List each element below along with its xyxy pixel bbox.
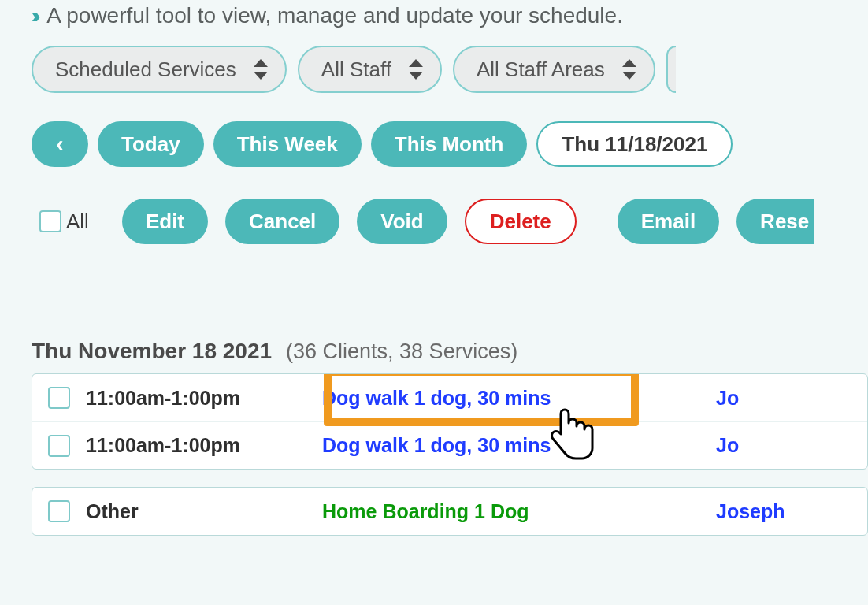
email-button[interactable]: Email: [618, 199, 719, 244]
delete-button[interactable]: Delete: [465, 199, 577, 244]
row-service[interactable]: Home Boarding 1 Dog: [322, 500, 700, 523]
this-week-button[interactable]: This Week: [213, 121, 362, 167]
chevron-left-icon: ‹: [56, 132, 63, 157]
select-all-checkbox[interactable]: [39, 210, 61, 232]
this-month-button[interactable]: This Month: [371, 121, 528, 167]
staff-filter[interactable]: All Staff: [298, 46, 442, 93]
edit-button[interactable]: Edit: [122, 199, 208, 244]
cancel-button[interactable]: Cancel: [225, 199, 339, 244]
services-filter-label: Scheduled Services: [55, 58, 236, 82]
row-time: 11:00am-1:00pm: [86, 434, 306, 457]
schedule-row: 11:00am-1:00pm Dog walk 1 dog, 30 mins J…: [32, 421, 867, 469]
prev-button[interactable]: ‹: [32, 121, 88, 167]
schedule-heading: Thu November 18 2021 (36 Clients, 38 Ser…: [32, 339, 868, 373]
row-time: 11:00am-1:00pm: [86, 387, 306, 410]
row-checkbox[interactable]: [48, 387, 70, 409]
current-date[interactable]: Thu 11/18/2021: [536, 121, 733, 167]
row-service[interactable]: Dog walk 1 dog, 30 mins: [322, 434, 700, 457]
row-staff[interactable]: Jo: [716, 434, 851, 457]
double-chevron-icon: ››: [32, 4, 35, 28]
row-checkbox[interactable]: [48, 435, 70, 457]
services-filter[interactable]: Scheduled Services: [32, 46, 287, 93]
sort-icon: [622, 59, 636, 80]
void-button[interactable]: Void: [357, 199, 447, 244]
schedule-date: Thu November 18 2021: [32, 339, 272, 364]
row-service[interactable]: Dog walk 1 dog, 30 mins: [322, 387, 700, 410]
datenav-row: ‹ Today This Week This Month Thu 11/18/2…: [32, 121, 868, 199]
select-all-label: All: [66, 210, 89, 234]
schedule-row: Other Home Boarding 1 Dog Joseph: [32, 488, 867, 535]
sort-icon: [254, 59, 268, 80]
areas-filter[interactable]: All Staff Areas: [453, 46, 655, 93]
today-button[interactable]: Today: [98, 121, 204, 167]
extra-filter[interactable]: [666, 46, 676, 93]
filters-row: Scheduled Services All Staff All Staff A…: [32, 46, 868, 121]
select-all[interactable]: All: [39, 210, 89, 234]
row-time: Other: [86, 500, 306, 523]
actions-row: All Edit Cancel Void Delete Email Rese: [32, 199, 868, 339]
row-checkbox[interactable]: [48, 500, 70, 522]
tagline-row: ›› A powerful tool to view, manage and u…: [32, 0, 868, 46]
resend-button[interactable]: Rese: [736, 199, 814, 244]
tagline-text: A powerful tool to view, manage and upda…: [46, 3, 623, 28]
schedule-row: 11:00am-1:00pm Dog walk 1 dog, 30 mins J…: [32, 374, 867, 421]
schedule-count: (36 Clients, 38 Services): [286, 340, 517, 364]
staff-filter-label: All Staff: [321, 58, 391, 82]
row-staff[interactable]: Jo: [716, 387, 851, 410]
schedule-group: Other Home Boarding 1 Dog Joseph: [32, 487, 868, 536]
areas-filter-label: All Staff Areas: [477, 58, 605, 82]
sort-icon: [409, 59, 423, 80]
row-staff[interactable]: Joseph: [716, 500, 851, 523]
schedule-group: 11:00am-1:00pm Dog walk 1 dog, 30 mins J…: [32, 373, 868, 470]
